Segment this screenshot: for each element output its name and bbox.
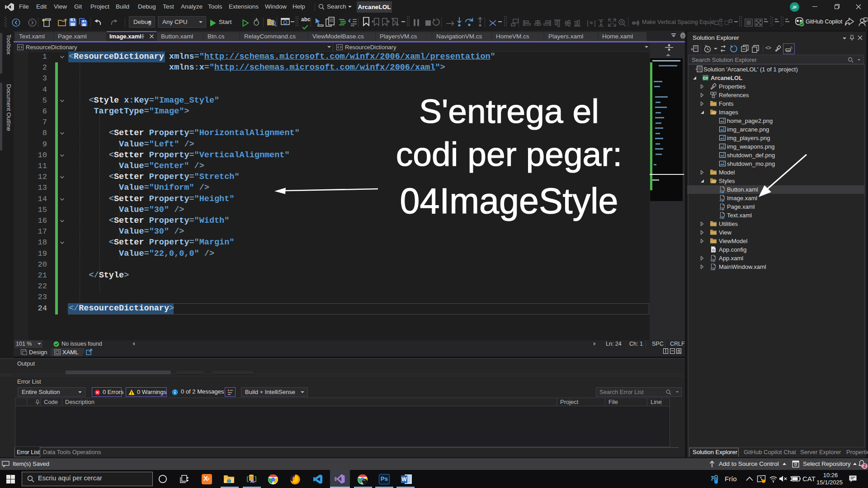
svg-text:W: W: [401, 476, 407, 483]
svg-text:C#: C#: [703, 76, 708, 80]
